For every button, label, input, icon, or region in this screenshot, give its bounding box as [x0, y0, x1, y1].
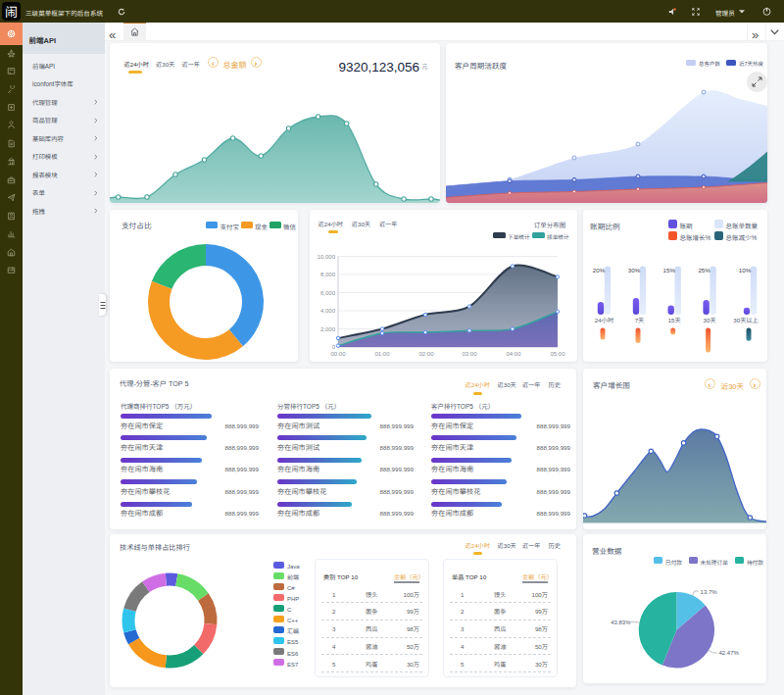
svg-text:30天: 30天	[704, 316, 716, 324]
svg-text:05:00: 05:00	[550, 349, 565, 358]
svg-text:7天: 7天	[635, 316, 645, 324]
svg-text:25%: 25%	[698, 266, 710, 274]
svg-text:4,000: 4,000	[320, 306, 336, 315]
svg-text:15天: 15天	[668, 316, 681, 324]
svg-text:20%: 20%	[593, 266, 606, 274]
svg-text:02:00: 02:00	[418, 349, 434, 358]
svg-text:6,000: 6,000	[320, 288, 336, 297]
svg-text:24小时: 24小时	[595, 316, 613, 324]
svg-text:30天以上: 30天以上	[733, 316, 758, 324]
svg-text:03:00: 03:00	[462, 349, 477, 358]
svg-text:43.83%: 43.83%	[611, 618, 631, 626]
svg-text:13.7%: 13.7%	[701, 587, 718, 596]
svg-text:15%: 15%	[663, 266, 676, 274]
svg-text:00:00: 00:00	[330, 349, 346, 358]
svg-text:10,000: 10,000	[318, 252, 336, 261]
svg-text:42.47%: 42.47%	[719, 648, 740, 657]
svg-text:2,000: 2,000	[320, 324, 336, 333]
svg-text:04:00: 04:00	[506, 349, 521, 358]
svg-text:01:00: 01:00	[374, 349, 390, 358]
svg-text:30%: 30%	[628, 266, 641, 274]
svg-text:8,000: 8,000	[320, 270, 336, 278]
svg-text:10%: 10%	[739, 266, 752, 274]
